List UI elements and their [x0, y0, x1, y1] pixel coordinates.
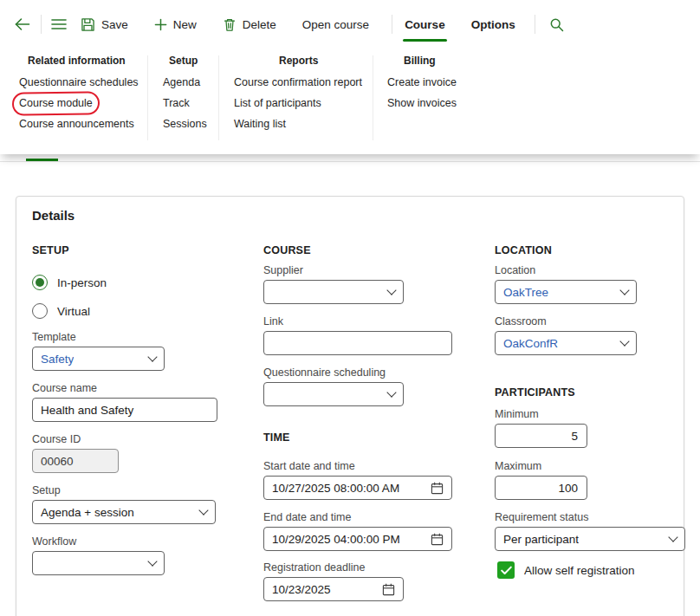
course-name-label: Course name — [32, 382, 217, 395]
template-field: Template Safety — [32, 331, 165, 371]
location-value: OakTree — [503, 286, 548, 299]
menu-item-show-invoices[interactable]: Show invoices — [387, 96, 457, 110]
registration-deadline-label: Registration deadline — [263, 561, 404, 574]
tab-course[interactable]: Course — [403, 0, 447, 49]
hidden-tab-underline — [26, 159, 58, 161]
radio-unselected-icon — [32, 303, 48, 319]
menu-group-title-reports: Reports — [279, 55, 318, 67]
menu-item-track[interactable]: Track — [163, 96, 190, 110]
menu-item-list-of-participants[interactable]: List of participants — [234, 96, 321, 110]
end-datetime-field: End date and time 10/29/2025 04:00:00 PM — [263, 511, 452, 551]
template-combobox[interactable]: Safety — [32, 347, 165, 371]
chevron-down-icon — [147, 352, 157, 361]
toolbar-divider — [535, 15, 535, 34]
requirement-status-combobox[interactable]: Per participant — [495, 527, 685, 551]
collapse-menu-button[interactable] — [51, 18, 67, 30]
back-button[interactable] — [14, 17, 31, 31]
start-datetime-input[interactable]: 10/27/2025 08:00:00 AM — [263, 476, 452, 500]
template-label: Template — [32, 331, 165, 344]
start-datetime-field: Start date and time 10/27/2025 08:00:00 … — [263, 460, 452, 500]
menu-group-divider — [147, 55, 148, 140]
questionnaire-scheduling-field: Questionnaire scheduling — [263, 366, 404, 406]
questionnaire-scheduling-combobox[interactable] — [263, 382, 404, 406]
save-button[interactable]: Save — [81, 17, 128, 32]
menu-group-title-setup: Setup — [169, 55, 198, 67]
course-menu-panel: Related information Setup Reports Billin… — [0, 49, 700, 154]
classroom-field: Classroom OakConfR — [495, 315, 637, 355]
registration-deadline-input[interactable]: 10/23/2025 — [263, 577, 404, 601]
location-combobox[interactable]: OakTree — [495, 280, 637, 304]
setup-field: Setup Agenda + session — [32, 484, 216, 524]
workflow-label: Workflow — [32, 535, 165, 548]
end-datetime-value: 10/29/2025 04:00:00 PM — [272, 533, 400, 546]
maximum-input[interactable] — [495, 476, 587, 500]
details-card: Details SETUP In-person Virtual Template… — [16, 196, 684, 616]
start-datetime-label: Start date and time — [263, 460, 452, 473]
requirement-status-field: Requirement status Per participant — [495, 511, 685, 551]
menu-item-sessions[interactable]: Sessions — [163, 117, 207, 131]
supplier-combobox[interactable] — [263, 280, 404, 304]
menu-item-waiting-list[interactable]: Waiting list — [234, 117, 286, 131]
requirement-status-value: Per participant — [503, 533, 579, 546]
template-value: Safety — [41, 353, 74, 366]
classroom-combobox[interactable]: OakConfR — [495, 331, 637, 355]
menu-item-create-invoice[interactable]: Create invoice — [387, 75, 457, 89]
supplier-field: Supplier — [263, 264, 404, 304]
menu-group-divider — [218, 55, 219, 140]
course-id-field: Course ID — [32, 433, 119, 473]
minimum-field: Minimum — [495, 408, 587, 448]
chevron-down-icon — [198, 505, 208, 515]
menu-item-questionnaire-schedules[interactable]: Questionnaire schedules — [19, 75, 139, 89]
calendar-icon[interactable] — [382, 583, 395, 596]
link-input[interactable] — [263, 331, 452, 355]
calendar-icon[interactable] — [431, 533, 444, 546]
chevron-down-icon — [386, 387, 396, 397]
menu-group-title-related-information: Related information — [28, 55, 126, 67]
checkbox-checked-icon[interactable] — [497, 561, 515, 579]
workflow-combobox[interactable] — [32, 551, 165, 575]
link-label: Link — [263, 315, 452, 328]
setup-value: Agenda + session — [41, 506, 134, 519]
course-id-input — [32, 449, 119, 473]
new-button[interactable]: New — [154, 18, 197, 31]
new-label: New — [173, 18, 197, 31]
course-name-field: Course name — [32, 382, 217, 422]
radio-in-person[interactable]: In-person — [32, 274, 107, 291]
search-button[interactable] — [549, 17, 564, 32]
radio-virtual[interactable]: Virtual — [32, 302, 90, 320]
section-header-time: TIME — [263, 431, 290, 444]
menu-group-divider — [373, 55, 373, 140]
back-arrow-icon — [14, 17, 31, 31]
action-toolbar: Save New Delete Open course Course Optio… — [0, 0, 700, 49]
menu-item-course-module[interactable]: Course module — [19, 96, 93, 110]
section-header-setup: SETUP — [32, 244, 69, 256]
questionnaire-scheduling-label: Questionnaire scheduling — [263, 366, 404, 379]
menu-group-title-billing: Billing — [404, 55, 436, 67]
chevron-down-icon — [619, 285, 629, 295]
column-location-participants: LOCATION Location OakTree Classroom OakC… — [495, 197, 687, 616]
radio-selected-icon — [32, 275, 48, 290]
tab-options[interactable]: Options — [470, 0, 517, 49]
allow-self-registration-checkbox-row[interactable]: Allow self registration — [497, 561, 635, 579]
calendar-icon[interactable] — [431, 482, 444, 495]
delete-label: Delete — [243, 18, 276, 31]
start-datetime-value: 10/27/2025 08:00:00 AM — [272, 482, 399, 495]
location-field: Location OakTree — [495, 264, 637, 304]
course-name-input[interactable] — [32, 398, 217, 422]
save-icon — [81, 17, 95, 32]
setup-combobox[interactable]: Agenda + session — [32, 500, 216, 524]
link-field: Link — [263, 315, 452, 355]
chevron-down-icon — [619, 336, 629, 346]
radio-in-person-label: In-person — [57, 276, 107, 289]
end-datetime-input[interactable]: 10/29/2025 04:00:00 PM — [263, 527, 452, 551]
delete-button[interactable]: Delete — [223, 17, 276, 32]
course-id-label: Course ID — [32, 433, 119, 446]
radio-virtual-label: Virtual — [57, 305, 90, 318]
open-course-button[interactable]: Open course — [302, 18, 369, 31]
column-setup: SETUP In-person Virtual Template Safety … — [32, 197, 240, 616]
minimum-input[interactable] — [495, 424, 587, 448]
menu-item-course-announcements[interactable]: Course announcements — [19, 117, 134, 131]
menu-item-agenda[interactable]: Agenda — [163, 75, 200, 89]
menu-item-course-confirmation-report[interactable]: Course confirmation report — [234, 75, 362, 89]
tab-course-label: Course — [405, 18, 445, 31]
